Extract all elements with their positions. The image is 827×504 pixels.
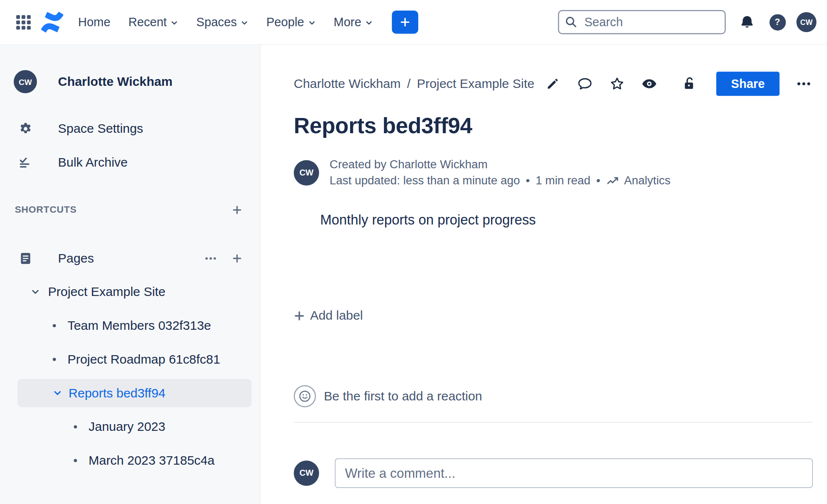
nav-spaces-label: Spaces xyxy=(196,15,237,30)
content-shell: CW Charlotte Wickham Space Settings Bulk… xyxy=(0,45,827,504)
pages-section-header: Pages xyxy=(0,244,260,273)
created-by-text: Created by Charlotte Wickham xyxy=(330,158,670,171)
bullet-icon xyxy=(53,358,56,361)
page-title: Reports bed3ff94 xyxy=(294,113,813,139)
sidebar-item-space-settings[interactable]: Space Settings xyxy=(0,112,260,145)
notifications-button[interactable] xyxy=(735,11,758,34)
shortcuts-section-header: SHORTCUTS xyxy=(0,199,260,220)
create-page-button[interactable] xyxy=(232,253,242,263)
sidebar-menu: Space Settings Bulk Archive xyxy=(0,112,260,179)
confluence-logo-icon[interactable] xyxy=(40,10,64,34)
space-sidebar: CW Charlotte Wickham Space Settings Bulk… xyxy=(0,45,261,504)
comment-button[interactable] xyxy=(576,75,594,93)
search-icon xyxy=(565,16,578,28)
nav-spaces[interactable]: Spaces xyxy=(196,15,248,30)
nav-recent[interactable]: Recent xyxy=(128,15,178,30)
dot-separator: • xyxy=(526,174,530,187)
global-search xyxy=(558,10,725,34)
bell-icon xyxy=(739,14,755,30)
eye-icon xyxy=(641,76,657,91)
tree-item-label: March 2023 37185c4a xyxy=(88,453,215,468)
chevron-down-icon xyxy=(308,19,316,27)
tree-item-label: Team Members 032f313e xyxy=(68,318,211,333)
tree-item-project-roadmap[interactable]: Project Roadmap 61c8fc81 xyxy=(0,342,260,376)
tree-item-label: Project Roadmap 61c8fc81 xyxy=(68,352,221,367)
add-label-text: Add label xyxy=(310,308,363,323)
create-button[interactable] xyxy=(392,11,418,34)
restrictions-button[interactable] xyxy=(680,75,697,93)
document-icon xyxy=(14,251,37,266)
breadcrumb-parent-link[interactable]: Charlotte Wickham xyxy=(294,77,401,91)
comment-composer: CW xyxy=(294,458,813,488)
pages-heading[interactable]: Pages xyxy=(58,251,183,266)
nav-more-label: More xyxy=(334,15,361,30)
plus-icon xyxy=(232,205,242,215)
page-body-paragraph: Monthly reports on project progress xyxy=(320,212,813,228)
reactions-section: Be the first to add a reaction xyxy=(294,385,813,407)
question-mark-icon: ? xyxy=(769,14,786,30)
speech-bubble-icon xyxy=(577,76,593,91)
star-icon xyxy=(609,76,625,91)
plus-icon xyxy=(400,17,411,27)
tree-item-project-example-site[interactable]: Project Example Site xyxy=(0,275,260,309)
sidebar-item-label: Bulk Archive xyxy=(58,155,128,170)
space-header[interactable]: CW Charlotte Wickham xyxy=(0,70,260,93)
tree-item-team-members[interactable]: Team Members 032f313e xyxy=(0,309,260,342)
analytics-label: Analytics xyxy=(624,174,670,187)
plus-icon xyxy=(294,310,305,321)
nav-more[interactable]: More xyxy=(334,15,373,30)
add-shortcut-button[interactable] xyxy=(232,205,242,215)
chevron-down-icon[interactable] xyxy=(30,287,40,296)
plus-icon xyxy=(232,253,242,263)
tree-item-march-2023[interactable]: March 2023 37185c4a xyxy=(0,444,260,477)
author-avatar[interactable]: CW xyxy=(294,160,319,185)
help-button[interactable]: ? xyxy=(766,11,789,34)
page-byline: CW Created by Charlotte Wickham Last upd… xyxy=(294,158,813,188)
nav-home[interactable]: Home xyxy=(78,15,110,30)
gear-icon xyxy=(14,121,37,136)
edit-button[interactable] xyxy=(544,75,562,93)
primary-nav: Home Recent Spaces People More xyxy=(78,15,373,30)
add-label-button[interactable]: Add label xyxy=(294,308,363,323)
tree-item-label: Reports bed3ff94 xyxy=(69,386,165,400)
dot-separator: • xyxy=(596,174,601,187)
page-actions: Share xyxy=(544,71,813,96)
checklist-icon xyxy=(14,155,37,170)
last-updated-text[interactable]: Last updated: less than a minute ago xyxy=(330,174,520,187)
tree-item-january-2023[interactable]: January 2023 xyxy=(0,410,260,444)
pencil-icon xyxy=(546,77,560,91)
chevron-down-icon xyxy=(171,19,179,27)
tree-item-label: Project Example Site xyxy=(48,285,165,299)
chevron-down-icon[interactable] xyxy=(53,388,62,397)
pages-more-button[interactable] xyxy=(204,252,217,265)
add-reaction-button[interactable] xyxy=(294,385,316,407)
reaction-prompt-text: Be the first to add a reaction xyxy=(324,389,482,404)
ellipsis-icon xyxy=(796,76,811,91)
topbar-utilities: ? CW xyxy=(735,11,816,34)
search-input[interactable] xyxy=(558,10,725,34)
read-time-text: 1 min read xyxy=(536,174,591,187)
bullet-icon xyxy=(53,324,56,327)
tree-item-label: January 2023 xyxy=(88,419,165,434)
tree-item-reports-selected[interactable]: Reports bed3ff94 xyxy=(17,379,251,407)
user-avatar[interactable]: CW xyxy=(797,12,816,32)
shortcuts-heading: SHORTCUTS xyxy=(15,204,77,215)
favourite-button[interactable] xyxy=(608,75,626,93)
nav-people[interactable]: People xyxy=(266,15,316,30)
breadcrumb-current-link[interactable]: Project Example Site xyxy=(417,77,535,91)
smiley-icon xyxy=(298,389,312,403)
comment-input[interactable] xyxy=(335,458,813,488)
pages-actions xyxy=(204,252,242,265)
analytics-link[interactable]: Analytics xyxy=(606,174,670,187)
ellipsis-icon xyxy=(204,252,217,265)
nav-people-label: People xyxy=(266,15,304,30)
more-actions-button[interactable] xyxy=(795,75,813,93)
section-divider xyxy=(294,422,813,422)
share-button[interactable]: Share xyxy=(716,71,779,96)
sidebar-item-bulk-archive[interactable]: Bulk Archive xyxy=(0,145,260,179)
watch-button[interactable] xyxy=(640,75,658,93)
unlocked-padlock-icon xyxy=(681,76,697,91)
app-switcher-icon[interactable] xyxy=(13,11,34,33)
page-header-bar: Charlotte Wickham / Project Example Site xyxy=(294,71,813,96)
analytics-chart-icon xyxy=(606,174,620,187)
